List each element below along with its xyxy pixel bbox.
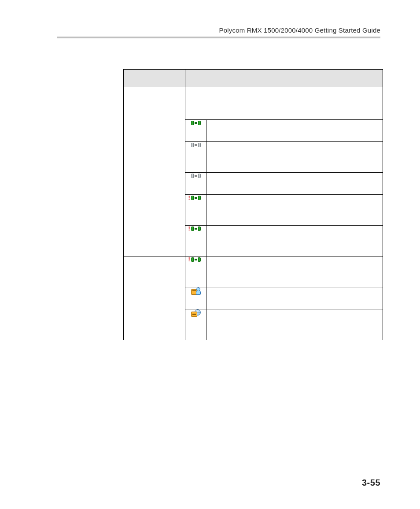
desc-cell (206, 287, 383, 309)
disconnected-gray-icon (191, 173, 201, 179)
faulty-connected-icon: ! (191, 226, 201, 232)
icon-cell (185, 142, 206, 173)
desc-cell (206, 226, 383, 256)
alert-bang-icon: ! (188, 225, 190, 232)
note-conference-icon (191, 309, 201, 317)
table-row (124, 87, 383, 120)
icon-cell (185, 309, 206, 340)
icon-cell (185, 287, 206, 309)
icon-cell: ! (185, 256, 206, 287)
desc-cell (206, 142, 383, 173)
icon-cell (185, 120, 206, 142)
disconnected-gray-icon (191, 142, 201, 148)
group1-label-cell (124, 87, 185, 256)
status-icons-table: ! ! ! (123, 69, 383, 340)
page-number: 3-55 (362, 478, 380, 488)
alert-bang-icon: ! (188, 256, 190, 263)
desc-cell (206, 195, 383, 226)
table-header-row (124, 70, 383, 87)
group2-label-cell (124, 256, 185, 340)
table-header-col2 (185, 70, 383, 87)
icon-cell: ! (185, 195, 206, 226)
table-row: ! (124, 256, 383, 287)
note-participant-icon (191, 287, 201, 295)
desc-cell (206, 173, 383, 195)
desc-cell (206, 309, 383, 340)
icon-cell (185, 173, 206, 195)
page: Polycom RMX 1500/2000/4000 Getting Start… (0, 0, 420, 509)
faulty-connected-icon: ! (191, 195, 201, 201)
desc-cell (206, 256, 383, 287)
icon-cell: ! (185, 226, 206, 256)
group1-intro-cell (185, 87, 383, 120)
header-rule (57, 37, 380, 38)
faulty-connected-icon: ! (191, 256, 201, 263)
connected-green-icon (191, 120, 201, 126)
desc-cell (206, 120, 383, 142)
running-header: Polycom RMX 1500/2000/4000 Getting Start… (57, 26, 380, 34)
table-header-col1 (124, 70, 185, 87)
alert-bang-icon: ! (188, 194, 190, 201)
